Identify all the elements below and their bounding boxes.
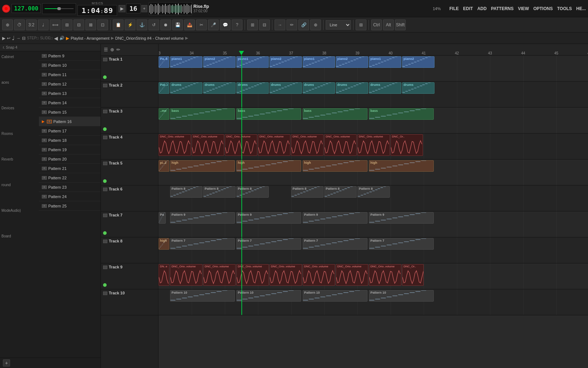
clip-orange-4-0[interactable]: pi..2: [159, 160, 169, 172]
clip-gray-6-4[interactable]: Pattern 9: [369, 212, 434, 224]
clip-auto-3-6[interactable]: DNC_Orio..volume: [357, 134, 390, 156]
clip-auto-3-3[interactable]: DNC_Orio..volume: [258, 134, 290, 156]
clip-teal-1-6[interactable]: drums: [336, 82, 368, 94]
arrow-mini-btn[interactable]: →: [16, 36, 21, 41]
clip-gray-7-3[interactable]: Pattern 7: [303, 238, 368, 250]
clip-teal-1-7[interactable]: drums: [369, 82, 401, 94]
tool-piano2[interactable]: ⟺: [50, 19, 61, 30]
clip-orange-4-4[interactable]: high: [369, 160, 434, 172]
clip-teal-1-0[interactable]: Pat..4: [159, 82, 169, 94]
tool-arrow[interactable]: →: [275, 19, 285, 30]
menu-add[interactable]: ADD: [477, 6, 487, 11]
clip-teal-1-3[interactable]: drums: [236, 82, 269, 94]
tool-record[interactable]: ⏺: [160, 19, 171, 30]
clip-blue-0-8[interactable]: piano2: [402, 56, 435, 68]
tool-cut[interactable]: ✂: [196, 19, 207, 30]
collapse-btn[interactable]: ◀: [54, 35, 58, 41]
track-row-track5[interactable]: pi..2highhighhighhigh: [159, 159, 588, 185]
tool-grid[interactable]: ⊟: [74, 19, 84, 30]
tool-mic[interactable]: 🎤: [208, 19, 219, 30]
play-mini-btn[interactable]: ▶: [2, 36, 5, 41]
clip-teal-1-1[interactable]: drums: [170, 82, 202, 94]
tool-snap[interactable]: ⊕: [2, 19, 13, 30]
clip-blue-0-0[interactable]: Pa..6: [159, 56, 169, 68]
record-button[interactable]: [2, 5, 10, 13]
clip-auto-8-4[interactable]: DNC_Orio..volume: [270, 264, 302, 286]
tool-link[interactable]: 🔗: [298, 19, 309, 30]
clip-green-2-0[interactable]: ..me: [159, 108, 169, 120]
tool-grid2[interactable]: ⊠: [85, 19, 96, 30]
tool-step[interactable]: ⊞: [62, 19, 72, 30]
track-row-track9[interactable]: DN..eDNC_Orio..volumeDNC_Orio..volumeDNC…: [159, 263, 588, 289]
tool-hook[interactable]: ⚓: [137, 19, 147, 30]
tool-piano[interactable]: ♩: [38, 19, 49, 30]
clip-gray-6-0[interactable]: Pa: [159, 212, 166, 224]
clip-auto-3-7[interactable]: DNC_Or..: [391, 134, 423, 156]
tool-arrange[interactable]: ⊡: [97, 19, 108, 30]
tool-save[interactable]: 💾: [172, 19, 183, 30]
shift-label[interactable]: Shift: [395, 19, 406, 30]
tool-mixer[interactable]: ⊞: [356, 19, 366, 30]
clip-blue-0-2[interactable]: piano2: [203, 56, 236, 68]
pattern-item-p24[interactable]: Pattern 24: [39, 192, 101, 201]
clip-gray-5-1[interactable]: Pattern 8: [203, 186, 236, 198]
line-mode-select[interactable]: Line Curve Step: [326, 20, 351, 30]
cols-mini-btn[interactable]: ⊟: [22, 36, 26, 41]
track-row-track3[interactable]: ..mebassbassbassbass: [159, 108, 588, 133]
pattern-item-p21[interactable]: Pattern 21: [39, 164, 101, 173]
pattern-item-p20[interactable]: Pattern 20: [39, 154, 101, 164]
clip-auto-8-6[interactable]: DNC_Orio..volume: [336, 264, 368, 286]
clip-auto-3-2[interactable]: DNC_Orio..volume: [225, 134, 257, 156]
pattern-item-p10[interactable]: Pattern 10: [39, 61, 101, 70]
tool-loop[interactable]: ↺: [148, 19, 159, 30]
clip-green-2-3[interactable]: bass: [303, 108, 368, 120]
volume-slider[interactable]: [42, 3, 76, 14]
clip-gray-7-1[interactable]: Pattern 7: [170, 238, 235, 250]
clip-blue-0-1[interactable]: piano1: [170, 56, 202, 68]
track-row-track2[interactable]: Pat..4drumsdrumsdrumsdrumsdrumsdrumsdrum…: [159, 82, 588, 108]
clip-gray-5-5[interactable]: Pattern 8: [357, 186, 390, 198]
clip-auto-3-0[interactable]: DNC_Orio..volume: [159, 134, 191, 156]
clip-auto-8-0[interactable]: DN..e: [159, 264, 169, 286]
clip-auto-8-2[interactable]: DNC_Orio..volume: [203, 264, 236, 286]
pattern-item-p16[interactable]: ▶Pattern 16: [39, 117, 101, 126]
track-row-track7[interactable]: PaPattern 9Pattern 9Pattern 9Pattern 9: [159, 211, 588, 237]
clip-gray-9-3[interactable]: Pattern 10: [369, 290, 434, 302]
tool-pencil[interactable]: ✏: [286, 19, 297, 30]
clip-orange-4-3[interactable]: high: [303, 160, 368, 172]
track-container[interactable]: Track 1Track 2Track 3Track 4Track 5Track…: [101, 56, 588, 368]
pencil-small-btn[interactable]: ✏: [116, 47, 120, 52]
clip-auto-3-5[interactable]: DNC_Orio..volume: [324, 134, 357, 156]
tool-plugin[interactable]: ⚡: [125, 19, 135, 30]
clip-auto-8-1[interactable]: DNC_Orio..volume: [170, 264, 202, 286]
pattern-item-p22[interactable]: Pattern 22: [39, 173, 101, 183]
tool-paste[interactable]: 📋: [113, 19, 124, 30]
clip-green-2-4[interactable]: bass: [369, 108, 434, 120]
menu-tools[interactable]: TOOLS: [557, 6, 572, 11]
clip-auto-3-4[interactable]: DNC_Orio..volume: [291, 134, 324, 156]
menu-patterns[interactable]: PATTERNS: [491, 6, 514, 11]
clip-gray-9-1[interactable]: Pattern 10: [236, 290, 301, 302]
pattern-item-p12[interactable]: Pattern 12: [39, 79, 101, 89]
menu-help[interactable]: HE...: [576, 6, 586, 11]
pattern-item-p17[interactable]: Pattern 17: [39, 126, 101, 136]
pattern-item-p9[interactable]: Pattern 9: [39, 51, 101, 61]
clip-green-2-2[interactable]: bass: [236, 108, 301, 120]
clip-green-2-1[interactable]: bass: [170, 108, 235, 120]
piano-mini-btn[interactable]: ♩: [12, 35, 15, 41]
menu-file[interactable]: FILE: [449, 6, 459, 11]
clip-auto-8-7[interactable]: DNC_Orio..volume: [369, 264, 401, 286]
tool-link2[interactable]: ⊕: [310, 19, 321, 30]
return-btn[interactable]: ↩: [7, 36, 10, 41]
clip-gray-9-0[interactable]: Pattern 10: [170, 290, 235, 302]
add-beat-button[interactable]: +: [141, 5, 147, 12]
track-row-track8[interactable]: highPattern 7Pattern 7Pattern 7Pattern 7: [159, 237, 588, 263]
tool-piano-roll[interactable]: ⊞: [247, 19, 258, 30]
clip-teal-1-4[interactable]: drums: [270, 82, 302, 94]
menu-edit[interactable]: EDIT: [463, 6, 473, 11]
clip-gray-5-2[interactable]: Pattern 8: [236, 186, 269, 198]
clip-orange-4-2[interactable]: high: [236, 160, 301, 172]
toggle-btn[interactable]: ☰: [104, 47, 108, 52]
tool-comment[interactable]: 💬: [220, 19, 231, 30]
clip-orange-7-0[interactable]: high: [159, 238, 169, 250]
